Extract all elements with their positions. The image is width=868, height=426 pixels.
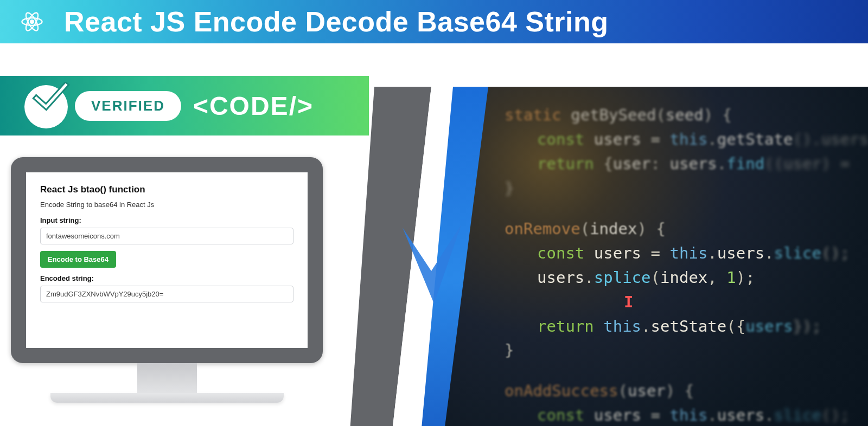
verified-code-badge: VERIFIED <CODE/> (0, 76, 369, 135)
input-field[interactable] (40, 228, 293, 244)
checkmark-icon (24, 83, 71, 129)
svg-marker-5 (388, 87, 453, 426)
encode-button[interactable]: Encode to Base64 (40, 251, 116, 268)
monitor-screen: React Js btao() function Encode String t… (26, 172, 308, 348)
verified-label: VERIFIED (75, 91, 181, 121)
react-logo-icon (16, 6, 48, 37)
svg-point-0 (30, 20, 34, 24)
code-tag-label: <CODE/> (193, 91, 314, 121)
code-background: static getBySeed(seed) { const users = t… (439, 87, 868, 426)
monitor-illustration: React Js btao() function Encode String t… (11, 157, 323, 403)
card-subtitle: Encode String to base64 in React Js (40, 201, 293, 209)
output-label: Encoded string: (40, 274, 293, 282)
page-title: React JS Encode Decode Base64 String (64, 5, 609, 38)
input-label: Input string: (40, 216, 293, 224)
text-cursor-icon: I (624, 290, 629, 303)
left-panel: VERIFIED <CODE/> React Js btao() functio… (0, 43, 391, 426)
card-title: React Js btao() function (40, 184, 293, 195)
header-banner: React JS Encode Decode Base64 String (0, 0, 868, 43)
output-field[interactable] (40, 286, 293, 302)
